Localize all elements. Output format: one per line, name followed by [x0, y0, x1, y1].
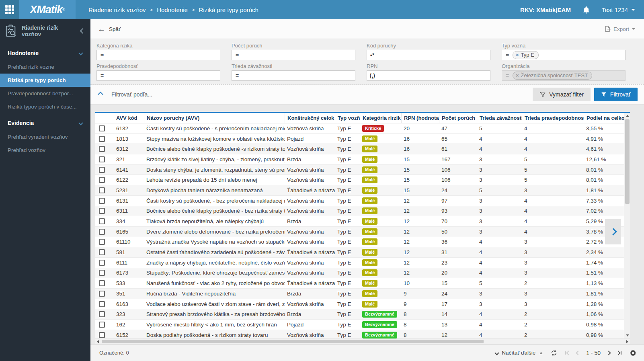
breadcrumb-item[interactable]: Riadenie rizík vozňov — [88, 6, 146, 13]
vertical-scrollbar-thumb[interactable] — [625, 119, 630, 204]
table-row[interactable]: 6311 Bočnice alebo čelné klapky poškoden… — [95, 206, 630, 217]
scroll-down-arrow-icon[interactable] — [626, 334, 629, 336]
load-more-button[interactable]: Načítať ďalšie — [495, 350, 543, 356]
chip-remove-icon[interactable]: × — [516, 72, 519, 78]
breadcrumb-item[interactable]: Hodnotenie — [157, 6, 188, 13]
column-header[interactable]: Trieda pravdepodobnosti — [522, 113, 584, 123]
filter-value-chip[interactable]: × Typ E — [513, 51, 539, 59]
column-header[interactable]: Kategória rirzika — [360, 113, 401, 123]
filter-input[interactable]: = × — [232, 50, 355, 60]
sidebar-collapse-button[interactable] — [80, 28, 86, 34]
filter-value-chip[interactable]: × Železničná spoločnosť TEST — [513, 72, 592, 80]
row-checkbox[interactable] — [99, 187, 105, 193]
row-checkbox[interactable] — [99, 156, 105, 162]
table-row[interactable]: 162 Vybrúsené miesto hĺbky < ako 1 mm, b… — [95, 320, 630, 330]
sidebar-section-header[interactable]: Evidencia — [0, 113, 90, 130]
row-checkbox[interactable] — [99, 291, 105, 297]
column-header[interactable]: Konštrukčný celok — [285, 113, 335, 123]
table-row[interactable]: 6312 Bočnice alebo čelné klapky poškoden… — [95, 144, 630, 154]
table-row[interactable]: 61110 Výstražná značka Vysoké napätie na… — [95, 237, 630, 248]
row-checkbox[interactable] — [99, 198, 105, 204]
table-row[interactable]: 6111 Značky a nápisy chýbajú, nečitateľn… — [95, 258, 630, 268]
table-row[interactable]: 334 Tlaková brzda nepoužiteľná, ale nále… — [95, 216, 630, 227]
table-row[interactable]: 6122 Lehota revízie prepadá do 15 dní al… — [95, 175, 630, 185]
breadcrumb-item[interactable]: Riziká pre typy porúch — [199, 6, 258, 13]
row-checkbox[interactable] — [99, 146, 105, 152]
table-settings-gear-icon[interactable] — [630, 349, 637, 357]
expand-side-panel-button[interactable] — [605, 219, 621, 244]
column-header[interactable]: Počet porúch — [439, 113, 477, 123]
app-launcher-button[interactable] — [0, 0, 19, 19]
table-row[interactable]: 323 Stranový presah brzdového klátika - … — [95, 309, 630, 320]
sidebar-item[interactable]: Pravdepodobnosť bezpor... — [0, 87, 90, 100]
table-row[interactable]: 581 Ostatné časti ťahadlového zariadenia… — [95, 247, 630, 258]
row-checkbox[interactable] — [99, 136, 105, 142]
sidebar-item[interactable]: Riziká pre typy porúch — [0, 74, 90, 87]
table-row[interactable]: 351 Ručná brzda - Viditeľne nepoužiteľná… — [95, 289, 630, 299]
sidebar-item[interactable]: Prehľad vyradení vozňov — [0, 130, 90, 144]
sidebar-section-header[interactable]: Hodnotenie — [0, 43, 90, 60]
row-checkbox[interactable] — [99, 270, 105, 276]
row-checkbox[interactable] — [99, 125, 105, 131]
filter-input[interactable]: = × Železničná spoločnosť TEST — [502, 70, 626, 81]
apply-filter-button[interactable]: Filtrovať — [594, 88, 638, 101]
table-row[interactable]: 6132 Časti kostry sú poškodené - s prekr… — [95, 123, 630, 134]
user-menu[interactable]: Test 1234 — [602, 6, 635, 13]
back-button[interactable]: ← Späť — [98, 25, 121, 33]
sidebar-item[interactable]: Prehľad rizík vozne — [0, 60, 90, 74]
row-checkbox[interactable] — [99, 260, 105, 266]
table-row[interactable]: 6165 Dvere zlomené alebo deformované - b… — [95, 227, 630, 237]
logo[interactable]: XMatik ® — [19, 0, 76, 19]
filter-input[interactable]: = × — [96, 50, 220, 60]
chip-remove-icon[interactable]: × — [516, 52, 519, 58]
horizontal-scrollbar-thumb[interactable] — [102, 340, 484, 343]
row-checkbox[interactable] — [99, 229, 105, 235]
sidebar-item[interactable]: Prehľad vozňov — [0, 144, 90, 157]
row-checkbox[interactable] — [99, 311, 105, 317]
refresh-button[interactable] — [551, 350, 557, 356]
column-header[interactable]: Trieda závažnosti... — [477, 113, 522, 123]
export-button[interactable]: Export — [605, 26, 635, 32]
row-checkbox[interactable] — [99, 322, 105, 328]
row-checkbox[interactable] — [99, 177, 105, 183]
last-page-button[interactable] — [617, 351, 621, 355]
filter-input[interactable]: ⟨,⟩ × — [367, 70, 490, 81]
scroll-right-arrow-icon[interactable] — [626, 340, 628, 343]
row-checkbox[interactable] — [99, 208, 105, 214]
clear-filter-button[interactable]: Vymazať filter — [533, 88, 591, 101]
table-row[interactable]: 6141 Doska steny chýba, je zlomená, rozp… — [95, 165, 630, 175]
column-header[interactable]: Názov poruchy (AVV) — [144, 113, 285, 123]
table-row[interactable]: 6163 Vodiace alebo uzáverové časti v zlo… — [95, 299, 630, 310]
first-page-button[interactable] — [565, 351, 570, 355]
table-row[interactable]: 6131 Časti kostry sú poškodené, - bez pr… — [95, 196, 630, 206]
row-checkbox[interactable] — [99, 239, 105, 245]
vertical-scrollbar[interactable] — [624, 113, 630, 338]
collapse-filters-chevron-icon[interactable] — [98, 92, 103, 97]
table-row[interactable]: 533 Narušená funkčnosť - viac ako 2 ryhy… — [95, 278, 630, 289]
previous-page-button[interactable] — [576, 351, 580, 355]
filter-input[interactable]: ▪* × — [367, 50, 490, 60]
column-header[interactable]: Podiel na celkovom p — [584, 113, 630, 123]
table-row[interactable]: 6152 Doska podlahy poškodená - s rizikom… — [95, 330, 630, 338]
filter-input[interactable]: = × — [232, 70, 355, 81]
filter-input[interactable]: = × Typ E — [502, 50, 626, 60]
sidebar-item[interactable]: Riziká typov porúch v čase... — [0, 100, 90, 113]
scroll-left-arrow-icon[interactable] — [97, 340, 99, 343]
row-checkbox[interactable] — [99, 218, 105, 224]
next-page-button[interactable] — [607, 351, 610, 355]
table-row[interactable]: 321 Brzdový klátik zo sivej liatiny - ch… — [95, 154, 630, 165]
row-checkbox[interactable] — [99, 301, 105, 307]
row-checkbox[interactable] — [99, 332, 105, 338]
column-header[interactable]: Typ vozňa — [335, 113, 360, 123]
column-header[interactable]: RPN (hodnota) — [401, 113, 439, 123]
column-header[interactable]: AVV kód — [114, 113, 144, 123]
table-row[interactable]: 5231 Dotyková plocha taniera nárazníka n… — [95, 185, 630, 196]
horizontal-scrollbar[interactable] — [95, 338, 630, 344]
notifications-bell-icon[interactable] — [583, 6, 590, 14]
table-row[interactable]: 1813 Stopy maziva na ložiskovej komore v… — [95, 134, 630, 144]
row-checkbox[interactable] — [99, 249, 105, 255]
filter-input[interactable]: = × — [96, 70, 220, 81]
table-row[interactable]: 6173 Stupačky: Poškodenie, ktoré ohrozuj… — [95, 268, 630, 279]
row-checkbox[interactable] — [99, 167, 105, 173]
row-checkbox[interactable] — [99, 280, 105, 286]
